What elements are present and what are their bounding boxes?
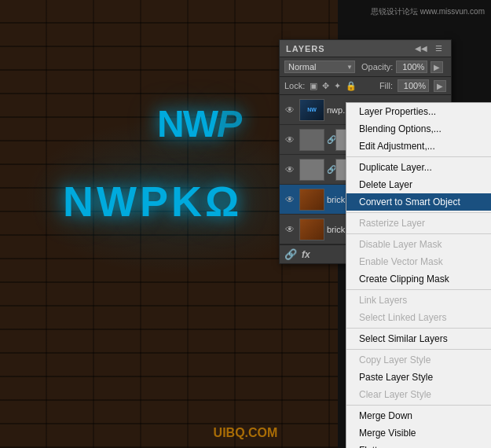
layer-thumb-5 xyxy=(299,218,324,241)
layers-controls-row: Normal Multiply Screen Overlay Opacity: … xyxy=(280,57,451,77)
bottom-watermark-uib: UIBQ.COM xyxy=(214,426,278,440)
panel-menu-btn[interactable]: ☰ xyxy=(433,43,445,53)
layer-visibility-icon-5[interactable]: 👁 xyxy=(283,224,297,235)
opacity-label: Opacity: xyxy=(361,62,393,72)
menu-item-enable-vector-mask: Enable Vector Mask xyxy=(346,253,491,270)
lock-move-icon[interactable]: ✦ xyxy=(334,81,341,91)
layers-panel-title: LAYERS xyxy=(286,44,325,53)
menu-separator-5 xyxy=(346,328,491,329)
menu-item-convert-smart-object[interactable]: Convert to Smart Object xyxy=(346,193,491,211)
canvas-text-bottom: NWPKΩ xyxy=(63,177,242,226)
context-menu: Layer Properties... Blending Options,...… xyxy=(346,102,491,448)
menu-item-delete-layer[interactable]: Delete Layer xyxy=(346,176,491,193)
layers-panel-controls: ◀◀ ☰ xyxy=(412,43,445,53)
layer-thumb-2 xyxy=(299,129,324,151)
layer-thumb-4 xyxy=(299,189,324,211)
menu-item-clear-layer-style: Clear Layer Style xyxy=(346,386,491,403)
menu-item-create-clipping-mask[interactable]: Create Clipping Mask xyxy=(346,270,491,288)
menu-item-rasterize-layer: Rasterize Layer xyxy=(346,215,491,232)
layer-visibility-icon-4[interactable]: 👁 xyxy=(283,194,297,205)
fx-icon[interactable]: fx xyxy=(302,249,310,260)
layer-thumb-3 xyxy=(299,159,324,181)
layer-thumb-1: NW xyxy=(299,99,324,121)
menu-item-paste-layer-style[interactable]: Paste Layer Style xyxy=(346,369,491,386)
opacity-input[interactable] xyxy=(396,61,427,73)
menu-item-flatten[interactable]: Flatten... xyxy=(346,442,491,448)
layer-visibility-icon-1[interactable]: 👁 xyxy=(283,105,297,116)
layer-visibility-icon-2[interactable]: 👁 xyxy=(283,134,297,145)
menu-separator-2 xyxy=(346,212,491,213)
layers-lock-row: Lock: ▣ ✥ ✦ 🔒 Fill: ▶ xyxy=(280,77,451,95)
blend-mode-wrapper: Normal Multiply Screen Overlay xyxy=(284,61,355,73)
menu-item-edit-adjustment[interactable]: Edit Adjustment,... xyxy=(346,138,491,155)
menu-separator-4 xyxy=(346,289,491,290)
menu-item-copy-layer-style: Copy Layer Style xyxy=(346,351,491,369)
lock-label: Lock: xyxy=(284,81,305,90)
opacity-arrow[interactable]: ▶ xyxy=(431,61,443,73)
menu-item-merge-visible[interactable]: Merge Visible xyxy=(346,424,491,442)
lock-position-icon[interactable]: ✥ xyxy=(322,81,329,91)
menu-item-blending-options[interactable]: Blending Options,... xyxy=(346,120,491,138)
menu-separator-7 xyxy=(346,405,491,406)
menu-item-layer-properties[interactable]: Layer Properties... xyxy=(346,103,491,120)
menu-separator-1 xyxy=(346,156,491,157)
layer-link-icon-3: 🔗 xyxy=(327,165,335,174)
fill-input[interactable] xyxy=(398,79,429,92)
panel-collapse-btn[interactable]: ◀◀ xyxy=(412,43,430,53)
fill-arrow[interactable]: ▶ xyxy=(434,80,446,92)
layers-panel-header: LAYERS ◀◀ ☰ xyxy=(280,40,451,57)
layer-link-icon-2: 🔗 xyxy=(327,135,335,144)
menu-separator-3 xyxy=(346,233,491,234)
menu-item-duplicate-layer[interactable]: Duplicate Layer... xyxy=(346,159,491,176)
menu-item-select-similar-layers[interactable]: Select Similar Layers xyxy=(346,330,491,347)
menu-separator-6 xyxy=(346,349,491,350)
canvas-text-top: NWP xyxy=(157,102,240,145)
layer-visibility-icon-3[interactable]: 👁 xyxy=(283,164,297,175)
lock-transparent-icon[interactable]: ▣ xyxy=(310,81,317,91)
menu-item-disable-layer-mask: Disable Layer Mask xyxy=(346,236,491,253)
lock-all-icon[interactable]: 🔒 xyxy=(346,81,357,91)
menu-item-link-layers: Link Layers xyxy=(346,292,491,309)
blend-mode-select[interactable]: Normal Multiply Screen Overlay xyxy=(284,61,355,73)
watermark-top: 思锐设计论坛 www.missvun.com xyxy=(371,6,485,17)
menu-item-merge-down[interactable]: Merge Down xyxy=(346,407,491,424)
menu-item-select-linked-layers: Select Linked Layers xyxy=(346,309,491,326)
link-icon[interactable]: 🔗 xyxy=(284,248,297,260)
fill-label: Fill: xyxy=(379,81,393,90)
